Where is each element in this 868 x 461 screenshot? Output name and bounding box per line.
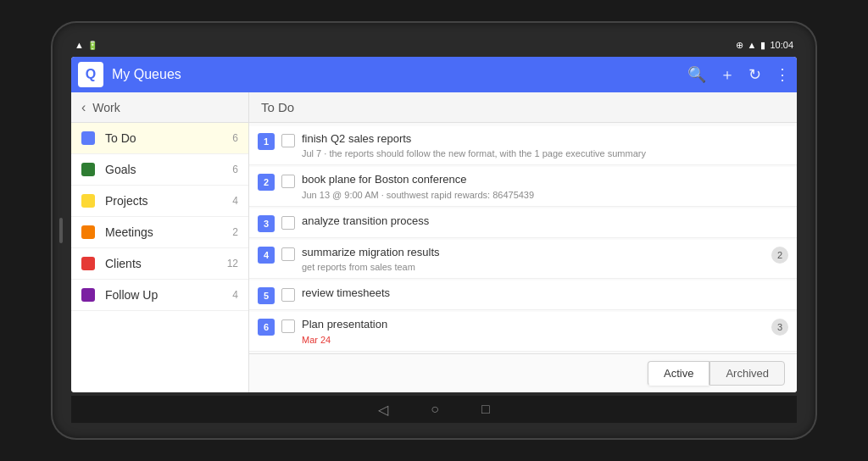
tablet-content: Q My Queues 🔍 ＋ ↻ ⋮ ‹ Work To Do [71, 57, 797, 392]
battery-status-icon: ▮ [760, 40, 765, 51]
sidebar-item-clients[interactable]: Clients 12 [71, 248, 248, 280]
nav-home-icon[interactable]: ○ [431, 402, 439, 417]
task-checkbox-5[interactable] [281, 288, 295, 302]
task-checkbox-6[interactable] [281, 319, 295, 333]
sidebar-header-title: Work [92, 101, 120, 114]
sidebar-item-todo[interactable]: To Do 6 [71, 123, 248, 154]
projects-color-dot [81, 194, 95, 208]
sidebar-item-count-goals: 6 [232, 164, 238, 175]
task-item[interactable]: 5 review timesheets [249, 280, 797, 310]
task-item[interactable]: 4 summarize migration results get report… [249, 240, 797, 279]
back-arrow-icon[interactable]: ‹ [81, 100, 86, 115]
task-item[interactable]: 1 finish Q2 sales reports Jul 7 · the re… [249, 126, 797, 165]
todo-color-dot [81, 131, 95, 145]
task-checkbox-4[interactable] [281, 247, 295, 261]
task-number-2: 2 [258, 174, 275, 191]
search-icon[interactable]: 🔍 [687, 65, 706, 84]
goals-color-dot [81, 163, 95, 176]
content-area: To Do 1 finish Q2 sales reports Jul 7 · … [249, 92, 797, 392]
task-content-3: analyze transition process [302, 214, 788, 229]
task-content-5: review timesheets [302, 286, 788, 301]
nav-recents-icon[interactable]: □ [481, 402, 490, 417]
refresh-icon[interactable]: ↻ [748, 65, 761, 84]
signal-icon: ▲ [75, 40, 84, 50]
app-bar-actions: 🔍 ＋ ↻ ⋮ [687, 64, 790, 85]
task-item[interactable]: 3 analyze transition process [249, 208, 797, 238]
task-title-6: Plan presentation [302, 317, 765, 332]
followup-color-dot [81, 288, 95, 302]
task-content-2: book plane for Boston conference Jun 13 … [302, 172, 788, 200]
app-title: My Queues [112, 67, 679, 82]
content-title: To Do [261, 100, 294, 114]
task-badge-6: 3 [771, 319, 788, 336]
task-content-1: finish Q2 sales reports Jul 7 · the repo… [302, 131, 788, 159]
app-logo: Q [78, 62, 103, 87]
status-right: ⊕ ▲ ▮ 10:04 [736, 40, 793, 51]
sidebar-item-count-meetings: 2 [232, 226, 238, 238]
meetings-color-dot [81, 225, 95, 239]
sidebar-item-count-clients: 12 [227, 258, 238, 269]
task-badge-4: 2 [771, 247, 788, 264]
task-item[interactable]: 6 Plan presentation Mar 24 3 [249, 312, 797, 351]
sidebar: ‹ Work To Do 6 Goals 6 Projects 4 [71, 92, 249, 392]
task-number-3: 3 [258, 215, 275, 232]
task-title-5: review timesheets [302, 286, 788, 301]
clients-color-dot [81, 257, 95, 270]
sidebar-item-label-projects: Projects [105, 194, 232, 208]
clock: 10:04 [770, 40, 793, 50]
task-checkbox-3[interactable] [281, 216, 295, 230]
sidebar-item-count-todo: 6 [232, 132, 238, 144]
sidebar-item-goals[interactable]: Goals 6 [71, 154, 248, 186]
sidebar-header: ‹ Work [71, 92, 248, 123]
task-number-4: 4 [258, 247, 275, 264]
nav-bar: ◁ ○ □ [71, 396, 797, 423]
status-bar: ▲ 🔋 ⊕ ▲ ▮ 10:04 [71, 38, 797, 57]
bluetooth-icon: ⊕ [736, 40, 743, 51]
battery-icon: 🔋 [87, 41, 97, 50]
sidebar-item-projects[interactable]: Projects 4 [71, 186, 248, 217]
task-subtitle-6: Mar 24 [302, 334, 765, 346]
task-checkbox-2[interactable] [281, 175, 295, 188]
sidebar-item-label-meetings: Meetings [105, 225, 232, 239]
status-left: ▲ 🔋 [75, 40, 97, 50]
task-content-4: summarize migration results get reports … [302, 245, 765, 273]
task-title-2: book plane for Boston conference [302, 172, 788, 187]
sidebar-item-label-clients: Clients [105, 257, 227, 270]
task-subtitle-2: Jun 13 @ 9:00 AM · southwest rapid rewar… [302, 189, 788, 201]
tab-archived[interactable]: Archived [709, 361, 785, 386]
app-bar: Q My Queues 🔍 ＋ ↻ ⋮ [71, 57, 797, 92]
sidebar-item-label-todo: To Do [105, 131, 232, 145]
sidebar-item-meetings[interactable]: Meetings 2 [71, 217, 248, 248]
main-area: ‹ Work To Do 6 Goals 6 Projects 4 [71, 92, 797, 392]
wifi-icon: ▲ [748, 40, 757, 50]
task-title-1: finish Q2 sales reports [302, 131, 788, 147]
task-subtitle-1: Jul 7 · the reports should follow the ne… [302, 147, 788, 159]
add-icon[interactable]: ＋ [720, 64, 735, 85]
bottom-tabs: Active Archived [249, 353, 797, 392]
sidebar-item-count-projects: 4 [232, 195, 238, 207]
sidebar-item-label-followup: Follow Up [105, 288, 232, 302]
task-number-5: 5 [258, 287, 275, 304]
task-title-4: summarize migration results [302, 245, 765, 260]
task-item[interactable]: 2 book plane for Boston conference Jun 1… [249, 167, 797, 206]
tab-active[interactable]: Active [648, 361, 709, 386]
nav-back-icon[interactable]: ◁ [378, 402, 388, 418]
task-number-1: 1 [258, 133, 275, 150]
tablet-frame: ▲ 🔋 ⊕ ▲ ▮ 10:04 Q My Queues 🔍 ＋ ↻ ⋮ [53, 23, 815, 438]
task-content-6: Plan presentation Mar 24 [302, 317, 765, 345]
sidebar-item-followup[interactable]: Follow Up 4 [71, 280, 248, 311]
task-title-3: analyze transition process [302, 214, 788, 229]
content-header: To Do [249, 92, 797, 123]
sidebar-item-count-followup: 4 [232, 289, 238, 301]
more-icon[interactable]: ⋮ [775, 65, 790, 84]
task-list: 1 finish Q2 sales reports Jul 7 · the re… [249, 123, 797, 353]
sidebar-item-label-goals: Goals [105, 163, 232, 176]
task-checkbox-1[interactable] [281, 134, 295, 147]
task-subtitle-4: get reports from sales team [302, 261, 765, 273]
task-number-6: 6 [258, 319, 275, 336]
